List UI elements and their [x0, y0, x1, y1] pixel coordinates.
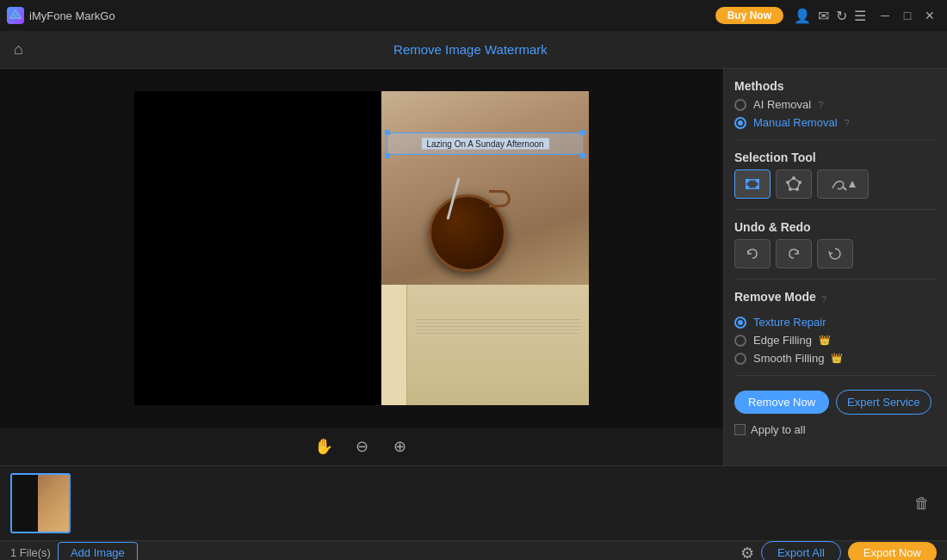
zoom-out-icon[interactable]: ⊖ — [350, 434, 374, 458]
ai-help-icon[interactable]: ? — [818, 100, 823, 110]
maximize-button[interactable]: □ — [897, 5, 918, 26]
canvas-area[interactable]: Lazing On A Sunday Afternoon — [0, 69, 723, 428]
divider-4 — [734, 375, 937, 376]
hand-tool-icon[interactable]: ✋ — [312, 434, 336, 458]
svg-point-1 — [14, 14, 17, 17]
tool-buttons — [734, 169, 937, 199]
home-icon[interactable]: ⌂ — [14, 40, 23, 58]
file-count: 1 File(s) — [10, 546, 51, 559]
smooth-crown-icon: 👑 — [831, 353, 843, 364]
svg-point-11 — [789, 188, 792, 191]
settings-icon[interactable]: ⚙ — [740, 544, 754, 561]
mail-icon[interactable]: ✉ — [818, 8, 829, 24]
nav-bar: ⌂ Remove Image Watermark — [0, 31, 947, 69]
app-name: iMyFone MarkGo — [29, 9, 710, 22]
undo-redo-buttons — [734, 239, 937, 268]
action-buttons: Remove Now Expert Service — [734, 390, 937, 415]
canvas-black-area — [134, 91, 381, 405]
ai-removal-radio[interactable] — [734, 99, 746, 111]
remove-mode-title: Remove Mode — [734, 290, 816, 304]
delete-file-icon[interactable]: 🗑 — [914, 495, 930, 513]
remove-mode-group: Texture Repair Edge Filling 👑 Smooth Fil… — [734, 316, 937, 365]
edge-filling-radio[interactable] — [734, 335, 746, 347]
svg-point-9 — [798, 181, 802, 184]
thumbnail-dark — [12, 475, 38, 532]
svg-rect-3 — [746, 179, 749, 182]
methods-section: Methods AI Removal ? Manual Removal ? — [734, 79, 937, 129]
svg-point-10 — [795, 188, 799, 191]
remove-mode-help-icon[interactable]: ? — [821, 294, 826, 305]
bottom-bar: 🗑 1 File(s) Add Image ⚙ Export All Expor… — [0, 465, 947, 560]
user-icon[interactable]: 👤 — [794, 8, 811, 24]
zoom-in-icon[interactable]: ⊕ — [387, 434, 412, 458]
ai-removal-label: AI Removal — [753, 98, 811, 111]
expert-service-button[interactable]: Expert Service — [836, 390, 932, 415]
divider-1 — [734, 139, 937, 140]
export-now-button[interactable]: Export Now — [848, 542, 937, 560]
watermark-text-label: Lazing On A Sunday Afternoon — [421, 138, 548, 150]
ai-removal-option[interactable]: AI Removal ? — [734, 98, 937, 111]
svg-marker-14 — [849, 181, 856, 188]
remove-now-button[interactable]: Remove Now — [734, 391, 829, 414]
smooth-filling-option[interactable]: Smooth Filling 👑 — [734, 352, 937, 365]
polygon-select-tool[interactable] — [776, 169, 812, 199]
rectangle-select-tool[interactable] — [734, 169, 771, 199]
canvas-controls: ✋ ⊖ ⊕ — [0, 428, 723, 465]
refresh-icon[interactable]: ↻ — [836, 8, 847, 24]
canvas-image-area: Lazing On A Sunday Afternoon — [381, 91, 589, 405]
thumbnail-item[interactable] — [10, 473, 71, 533]
add-image-button[interactable]: Add Image — [58, 542, 138, 560]
brush-select-tool[interactable] — [817, 169, 869, 199]
apply-all-checkbox[interactable] — [734, 424, 746, 435]
manual-removal-label: Manual Removal — [753, 116, 838, 129]
remove-mode-section: Remove Mode ? Texture Repair Edge Fillin… — [734, 290, 937, 365]
reset-button[interactable] — [817, 239, 853, 268]
export-all-button[interactable]: Export All — [761, 541, 841, 560]
methods-radio-group: AI Removal ? Manual Removal ? — [734, 98, 937, 129]
manual-help-icon[interactable]: ? — [845, 118, 850, 128]
divider-2 — [734, 209, 937, 210]
svg-rect-4 — [756, 179, 759, 182]
apply-all-label: Apply to all — [751, 423, 806, 436]
edge-filling-label: Edge Filling — [753, 334, 812, 347]
watermark-selection-box[interactable]: Lazing On A Sunday Afternoon — [387, 132, 584, 155]
texture-repair-option[interactable]: Texture Repair — [734, 316, 937, 329]
right-panel: Methods AI Removal ? Manual Removal ? Se… — [723, 69, 947, 465]
smooth-filling-radio[interactable] — [734, 353, 746, 365]
redo-button[interactable] — [776, 239, 812, 268]
window-controls: ─ □ ✕ — [875, 5, 940, 26]
methods-title: Methods — [734, 79, 937, 93]
svg-rect-5 — [746, 186, 749, 189]
image-wrapper: Lazing On A Sunday Afternoon — [134, 91, 589, 405]
edge-filling-option[interactable]: Edge Filling 👑 — [734, 334, 937, 347]
page-title: Remove Image Watermark — [34, 42, 907, 57]
manual-removal-option[interactable]: Manual Removal ? — [734, 116, 937, 129]
undo-redo-section: Undo & Redo — [734, 220, 937, 268]
buy-now-button[interactable]: Buy Now — [715, 7, 783, 24]
selection-tool-title: Selection Tool — [734, 151, 937, 164]
divider-3 — [734, 279, 937, 280]
svg-rect-6 — [756, 186, 759, 189]
apply-all-row: Apply to all — [734, 423, 937, 436]
undo-button[interactable] — [734, 239, 771, 268]
texture-repair-radio[interactable] — [734, 317, 746, 329]
undo-redo-title: Undo & Redo — [734, 220, 937, 234]
svg-point-8 — [792, 176, 795, 180]
selection-tool-section: Selection Tool — [734, 151, 937, 199]
texture-repair-label: Texture Repair — [753, 316, 826, 329]
edge-crown-icon: 👑 — [819, 335, 831, 346]
manual-removal-radio[interactable] — [734, 117, 746, 129]
menu-icon[interactable]: ☰ — [854, 8, 866, 24]
title-bar: iMyFone MarkGo Buy Now 👤 ✉ ↻ ☰ ─ □ ✕ — [0, 0, 947, 31]
app-logo — [7, 7, 24, 24]
svg-line-13 — [843, 187, 846, 190]
main-content: Lazing On A Sunday Afternoon ✋ ⊖ ⊕ Metho… — [0, 69, 947, 465]
bottom-toolbar: 1 File(s) Add Image ⚙ Export All Export … — [0, 540, 947, 560]
titlebar-icons: 👤 ✉ ↻ ☰ — [794, 8, 866, 24]
canvas-panel: Lazing On A Sunday Afternoon ✋ ⊖ ⊕ — [0, 69, 723, 465]
close-button[interactable]: ✕ — [919, 5, 940, 26]
svg-point-12 — [786, 181, 789, 184]
smooth-filling-label: Smooth Filling — [753, 352, 824, 365]
minimize-button[interactable]: ─ — [875, 5, 895, 26]
thumbnail-row: 🗑 — [0, 466, 947, 540]
